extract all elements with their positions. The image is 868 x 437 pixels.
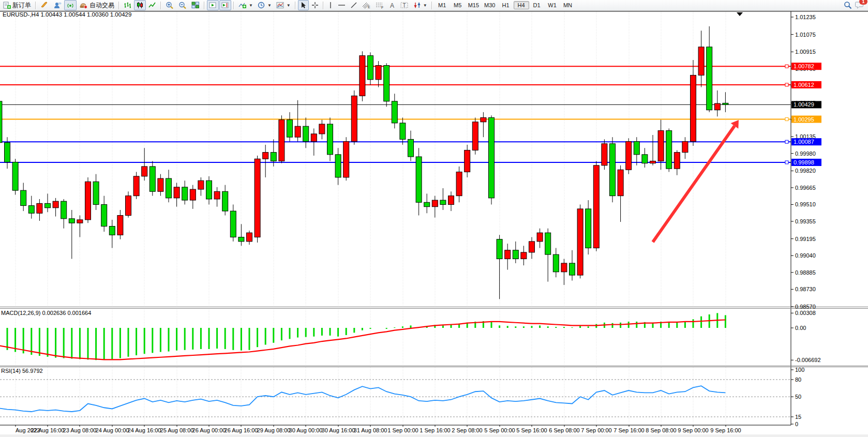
rsi-pane[interactable]: RSI(14) 56.9792 bbox=[0, 368, 791, 417]
timeframe-button-MN[interactable]: MN bbox=[560, 1, 576, 9]
auto-scroll-button[interactable] bbox=[207, 0, 219, 10]
zoom-in-icon bbox=[166, 2, 174, 9]
price-axis[interactable]: 1.012351.010751.009151.007601.006001.004… bbox=[791, 14, 821, 427]
timeframe-button-H4[interactable]: H4 bbox=[514, 1, 529, 9]
macd-tick-label: 0.00 bbox=[795, 325, 806, 331]
timeframe-button-M1[interactable]: M1 bbox=[435, 1, 450, 9]
chart-shift-button[interactable] bbox=[219, 0, 231, 10]
line-anchor-handle[interactable] bbox=[785, 140, 788, 143]
candle-body bbox=[271, 153, 276, 161]
candle-body bbox=[158, 178, 163, 191]
autotrading-button[interactable]: 自动交易 bbox=[77, 0, 116, 10]
community-button[interactable] bbox=[51, 0, 64, 10]
price-badge-label: 1.00295 bbox=[794, 116, 814, 123]
templates-button[interactable]: ▼ bbox=[274, 0, 293, 10]
candle-body bbox=[521, 252, 527, 259]
chevron-down-icon: ▼ bbox=[287, 3, 291, 8]
timeframe-button-M15[interactable]: M15 bbox=[466, 1, 482, 9]
price-badge-label: 1.00087 bbox=[794, 139, 814, 145]
time-axis[interactable]: Aug 202222 Aug 16:0023 Aug 08:0024 Aug 0… bbox=[16, 425, 741, 433]
candle-body bbox=[247, 233, 252, 242]
auto-scroll-icon bbox=[209, 2, 217, 9]
candle-body bbox=[626, 142, 632, 170]
line-anchor-handle[interactable] bbox=[785, 65, 788, 68]
macd-tick-label: 0.00308 bbox=[795, 310, 816, 316]
vertical-line-icon bbox=[328, 2, 333, 9]
zoom-in-button[interactable] bbox=[163, 0, 176, 10]
macd-pane[interactable]: MACD(12,26,9) 0.002636 0.001664 bbox=[0, 310, 725, 360]
candle-body bbox=[577, 209, 583, 275]
line-anchor-handle[interactable] bbox=[785, 118, 788, 121]
candle-body bbox=[230, 211, 236, 237]
timeframe-button-D1[interactable]: D1 bbox=[529, 1, 545, 9]
text-label-tool-button[interactable]: T bbox=[398, 0, 411, 10]
candle-body bbox=[465, 150, 470, 172]
horizontal-line-tool-button[interactable] bbox=[336, 0, 348, 10]
candle-body bbox=[117, 215, 123, 235]
price-badge-label: 1.00612 bbox=[794, 82, 814, 88]
line-chart-mode-button[interactable] bbox=[146, 0, 158, 10]
text-icon: A bbox=[389, 2, 396, 9]
quotes-button[interactable] bbox=[38, 0, 51, 10]
candle-body bbox=[489, 117, 495, 198]
chevron-down-icon: ▼ bbox=[423, 3, 427, 8]
candle-body bbox=[400, 123, 406, 140]
time-tick-label: 24 Aug 16:00 bbox=[128, 427, 161, 433]
rsi-tick-label: 50 bbox=[795, 394, 801, 400]
autotrading-icon bbox=[79, 2, 88, 9]
candle-body bbox=[222, 191, 228, 211]
candle-body bbox=[133, 176, 139, 196]
main-toolbar: 新订单 自动交易 ▼ ▼ bbox=[0, 0, 868, 11]
timeframe-button-W1[interactable]: W1 bbox=[545, 1, 560, 9]
vertical-line-tool-button[interactable] bbox=[326, 0, 335, 10]
indicators-icon bbox=[238, 2, 247, 9]
rsi-indicator-label: RSI(14) 56.9792 bbox=[1, 368, 43, 374]
candle-body bbox=[674, 153, 680, 169]
indicators-button[interactable]: ▼ bbox=[236, 0, 255, 10]
text-tool-button[interactable]: A bbox=[387, 0, 398, 10]
channel-tool-button[interactable]: E bbox=[360, 0, 373, 10]
signals-button[interactable] bbox=[64, 0, 77, 10]
candle-body bbox=[37, 203, 42, 213]
candle-body bbox=[505, 250, 511, 259]
time-tick-label: 26 Aug 00:00 bbox=[192, 427, 226, 433]
line-anchor-handle[interactable] bbox=[785, 161, 788, 164]
search-icon[interactable] bbox=[844, 1, 852, 9]
candlestick-mode-button[interactable] bbox=[134, 0, 146, 10]
price-tick-label: 0.98730 bbox=[795, 286, 816, 292]
candle-body bbox=[166, 178, 172, 198]
line-anchor-handle[interactable] bbox=[785, 83, 788, 86]
bar-chart-mode-button[interactable] bbox=[122, 0, 133, 10]
svg-text:T: T bbox=[402, 3, 406, 8]
candle-body bbox=[570, 263, 575, 275]
crosshair-icon bbox=[311, 2, 319, 9]
periods-button[interactable]: ▼ bbox=[256, 0, 274, 10]
price-tick-label: 0.99195 bbox=[795, 236, 816, 242]
rsi-tick-label: 15 bbox=[795, 414, 801, 420]
candle-body bbox=[360, 56, 365, 96]
cursor-tool-button[interactable] bbox=[298, 0, 309, 10]
candle-body bbox=[149, 167, 155, 191]
tile-windows-button[interactable] bbox=[189, 0, 202, 10]
chart-canvas[interactable]: MACD(12,26,9) 0.002636 0.001664RSI(14) 5… bbox=[0, 11, 868, 437]
timeframe-button-M5[interactable]: M5 bbox=[450, 1, 466, 9]
rsi-line bbox=[0, 386, 725, 412]
candle-body bbox=[142, 167, 147, 176]
candle-body bbox=[263, 153, 268, 159]
zoom-out-button[interactable] bbox=[176, 0, 189, 10]
candlestick-chart-icon bbox=[136, 2, 144, 9]
fibonacci-tool-button[interactable]: F bbox=[373, 0, 386, 10]
new-order-button[interactable]: 新订单 bbox=[1, 0, 33, 10]
periods-icon bbox=[258, 2, 265, 9]
timeframe-button-H1[interactable]: H1 bbox=[498, 1, 514, 9]
crosshair-tool-button[interactable] bbox=[309, 0, 321, 10]
notifications-button[interactable]: 1 bbox=[855, 1, 864, 10]
time-tick-label: 9 Sep 00:00 bbox=[678, 427, 708, 433]
chart-window[interactable]: MACD(12,26,9) 0.002636 0.001664RSI(14) 5… bbox=[0, 11, 868, 437]
arrows-tool-button[interactable]: ▼ bbox=[411, 0, 429, 10]
candle-body bbox=[440, 200, 446, 204]
candle-body bbox=[255, 159, 260, 237]
trendline-tool-button[interactable] bbox=[348, 0, 360, 10]
cursor-icon bbox=[300, 2, 307, 9]
timeframe-button-M30[interactable]: M30 bbox=[482, 1, 498, 9]
